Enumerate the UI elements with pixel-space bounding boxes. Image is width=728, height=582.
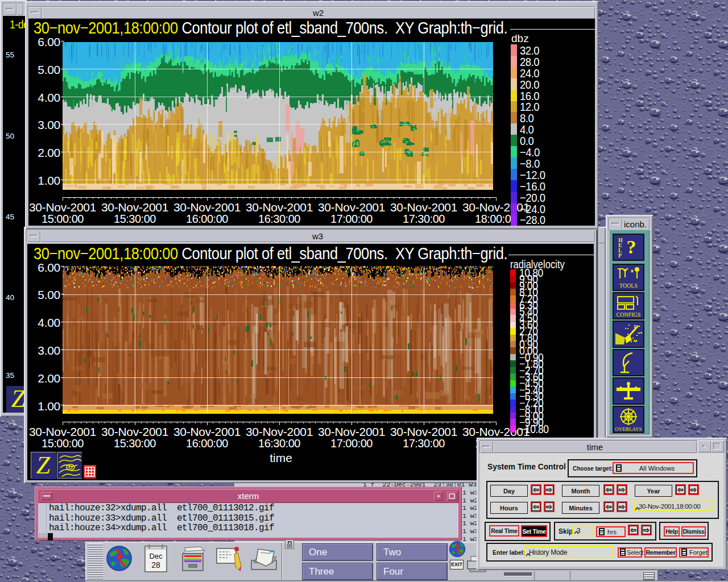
- svg-text:Dec: Dec: [149, 552, 163, 560]
- svg-text:28: 28: [151, 560, 160, 569]
- svg-text:Z: Z: [11, 386, 24, 413]
- svg-text:TOOLS: TOOLS: [619, 282, 638, 289]
- svg-text:CONFIGS: CONFIGS: [617, 311, 641, 318]
- svg-text:P: P: [618, 252, 622, 259]
- svg-text:OVERLAYS: OVERLAYS: [615, 426, 642, 432]
- svg-text:?: ?: [627, 236, 636, 257]
